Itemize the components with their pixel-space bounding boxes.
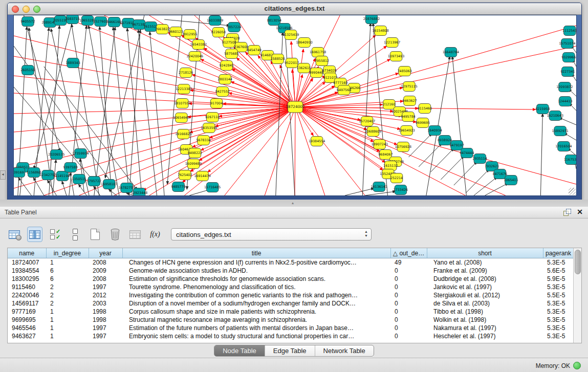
graph-node[interactable]: 1167533 (564, 155, 576, 165)
graph-node[interactable]: 8454749 (247, 46, 261, 55)
canvas-resize-grip[interactable] (569, 188, 576, 195)
graph-node[interactable]: 10973493 (388, 52, 404, 61)
table-row[interactable]: 2242004622012Investigating the contribut… (8, 291, 574, 299)
network-canvas[interactable]: 9405572208914062055150208371510653287152… (13, 15, 577, 196)
new-table-button[interactable] (88, 227, 102, 242)
graph-node[interactable]: 1889343 (66, 58, 80, 68)
graph-node[interactable]: 16210643 (547, 111, 563, 121)
graph-node[interactable]: 16958107 (101, 180, 117, 189)
divider-handle[interactable]: ▴ (292, 202, 296, 205)
graph-node[interactable]: 18107553 (174, 99, 190, 108)
graph-node[interactable]: 12923448 (131, 188, 147, 196)
table-row[interactable]: 969969511998Structural magnetic resonanc… (8, 316, 574, 324)
graph-node[interactable]: 2083715 (66, 15, 80, 24)
select-all-button[interactable]: ✓ ✓ (48, 227, 62, 242)
graph-node[interactable]: 917004 (210, 99, 223, 108)
graph-node[interactable]: 9466160 (107, 17, 121, 27)
graph-node[interactable]: 1350515 (72, 174, 86, 184)
graph-node[interactable]: 20206535 (48, 150, 64, 160)
column-header-name[interactable]: name (8, 248, 46, 258)
memory-ok-indicator[interactable] (573, 362, 581, 369)
graph-node[interactable]: 2718126 (179, 68, 193, 78)
graph-node[interactable]: 2605150 (20, 65, 35, 75)
graph-node[interactable]: 7663822 (155, 25, 169, 34)
network-table-selector[interactable]: citations_edges.txt ▲▼ (171, 228, 372, 240)
graph-node[interactable]: 11325419 (282, 30, 299, 40)
window-titlebar[interactable]: citations_edges.txt (8, 3, 581, 15)
graph-node[interactable]: 1112543 (562, 26, 576, 36)
graph-node[interactable]: 10654943 (173, 113, 189, 123)
table-row[interactable]: 911546021997Tourette syndrome. Phenomeno… (8, 283, 574, 291)
graph-node[interactable]: 1527602 (93, 17, 107, 27)
table-row[interactable]: 1938455462009Genome-wide association stu… (8, 267, 574, 275)
float-panel-icon[interactable] (563, 209, 571, 215)
graph-node[interactable]: 9242845 (220, 61, 234, 71)
graph-node[interactable]: 14353594 (201, 123, 217, 133)
graph-node[interactable]: 16099489 (185, 159, 202, 169)
graph-node[interactable]: 212160 (383, 100, 395, 110)
column-header-year[interactable]: year (89, 248, 122, 258)
graph-node[interactable]: 1145194 (55, 171, 70, 181)
collapse-panel-arrow[interactable]: ◂ (0, 170, 6, 180)
graph-node[interactable]: 39169 (14, 168, 25, 178)
graph-node[interactable]: 9463627 (402, 96, 417, 106)
graph-node[interactable]: 19384554 (309, 137, 325, 146)
graph-node[interactable]: 9990448 (309, 68, 323, 78)
table-row[interactable]: 1872400712008Changes of HCN gene express… (8, 258, 574, 267)
table-row[interactable]: 946362711997Embryonic stem cells: a mode… (8, 332, 574, 340)
graph-node[interactable]: 1065411 (504, 176, 518, 185)
graph-node[interactable]: 17016504 (555, 142, 572, 151)
graph-node[interactable]: 18640910 (296, 38, 312, 48)
graph-node[interactable]: 9699695 (416, 118, 430, 128)
graph-node[interactable]: 5678334 (196, 136, 210, 145)
column-header-short[interactable]: short (427, 248, 543, 258)
graph-node[interactable]: 16648784 (443, 48, 459, 57)
function-builder-button[interactable]: f(x) (148, 227, 162, 242)
table-row[interactable]: 977716911998Corpus callosum shape and si… (8, 308, 574, 316)
graph-node[interactable]: 9660123 (168, 27, 183, 37)
column-header-in_degree[interactable]: in_degree (46, 248, 89, 258)
graph-node[interactable]: 10756928 (395, 142, 411, 152)
graph-node[interactable]: 1640934 (427, 126, 442, 136)
graph-node[interactable]: 7955812 (315, 56, 329, 66)
graph-node[interactable]: 16154808 (372, 26, 388, 36)
table-row[interactable]: 946554611997Estimation of the future num… (8, 324, 574, 332)
graph-node[interactable]: 9115460 (418, 104, 432, 114)
graph-node[interactable]: 16543382 (190, 40, 207, 50)
graph-node[interactable]: 20876882 (363, 15, 380, 24)
graph-node[interactable]: 12213967 (384, 38, 400, 48)
graph-node[interactable]: 9227341 (560, 67, 575, 77)
column-header-title[interactable]: title (122, 248, 390, 258)
graph-node[interactable]: 15716485 (204, 183, 221, 192)
graph-node[interactable]: 1588520 (271, 54, 285, 64)
tab-node-table[interactable]: Node Table (214, 345, 265, 356)
graph-node[interactable]: 9405572 (20, 17, 35, 27)
graph-node[interactable]: 9267110 (205, 113, 220, 122)
graph-node[interactable]: 18724007 (286, 101, 305, 113)
tab-network-table[interactable]: Network Table (315, 345, 374, 356)
graph-node[interactable]: 1156868 (27, 168, 41, 178)
graph-node[interactable]: 2803144 (218, 75, 232, 84)
graph-node[interactable]: 9485779 (171, 182, 185, 192)
graph-node[interactable]: 9495784 (401, 112, 415, 122)
graph-node[interactable]: 9329966 (561, 53, 576, 62)
graph-node[interactable]: 10688609 (365, 127, 381, 137)
graph-node[interactable]: 19654923 (398, 126, 415, 136)
graph-node[interactable]: 1244413 (558, 97, 572, 106)
graph-node[interactable]: 5875685 (224, 49, 238, 59)
tab-edge-table[interactable]: Edge Table (265, 345, 315, 356)
graph-node[interactable]: 12093872 (556, 82, 573, 92)
graph-node[interactable]: 19166825 (175, 129, 191, 139)
graph-node[interactable]: 8215958 (535, 104, 550, 114)
graph-node[interactable]: 15720407 (359, 117, 375, 126)
table-row[interactable]: 1456911722003Disruption of a novel membe… (8, 299, 574, 308)
table-settings-button[interactable] (7, 227, 21, 242)
graph-node[interactable]: 8226058 (211, 28, 226, 37)
graph-node[interactable]: 6497568 (337, 85, 351, 95)
graph-node[interactable]: 15751074 (559, 39, 575, 49)
graph-node[interactable]: 1733426 (394, 185, 408, 195)
graph-node[interactable]: 17359934 (72, 149, 89, 159)
graph-node[interactable]: 14136141 (371, 182, 387, 192)
graph-node[interactable]: 252214 (390, 173, 403, 183)
graph-node[interactable]: 16033809 (207, 16, 223, 26)
